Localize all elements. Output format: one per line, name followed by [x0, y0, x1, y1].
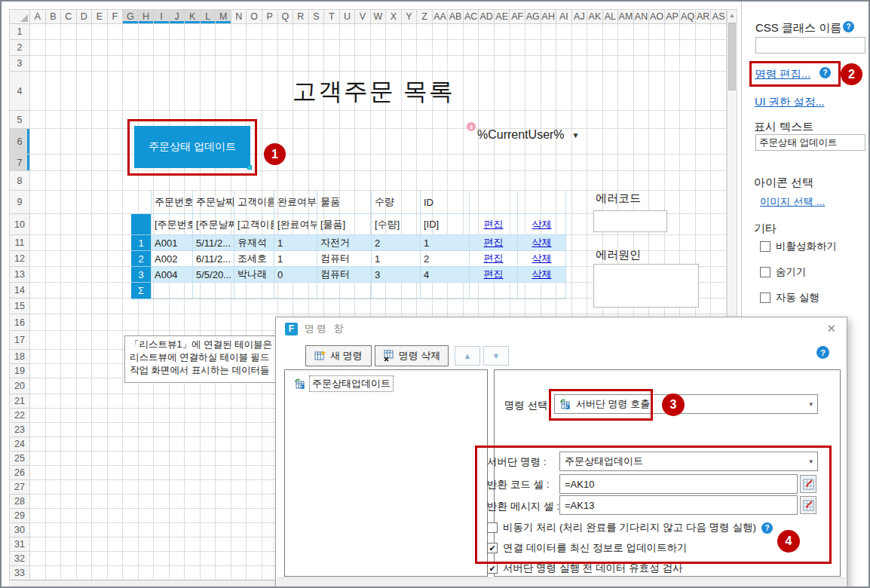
row-header-31[interactable]: 31 — [9, 537, 30, 552]
column-header-AI[interactable]: AI — [556, 9, 572, 24]
edit-link[interactable]: 편집 — [484, 236, 504, 250]
command-list-item[interactable]: 주문상태업데이트 — [294, 376, 487, 391]
column-header-I[interactable]: I — [154, 9, 170, 24]
column-header-AG[interactable]: AG — [525, 9, 541, 24]
chevron-down-icon[interactable]: ▾ — [809, 400, 813, 408]
checkbox-checked[interactable]: ✔ — [487, 563, 498, 574]
row-header-18[interactable]: 18 — [9, 350, 30, 364]
row-header-5[interactable]: 5 — [9, 111, 30, 129]
command-list[interactable]: 주문상태업데이트 — [284, 369, 488, 577]
column-header-AE[interactable]: AE — [495, 9, 510, 24]
row-header-15[interactable]: 15 — [9, 299, 30, 314]
column-header-W[interactable]: W — [371, 9, 387, 24]
row-header-21[interactable]: 21 — [9, 394, 30, 409]
column-header-U[interactable]: U — [340, 9, 356, 24]
row-header-23[interactable]: 23 — [9, 423, 30, 437]
edit-link[interactable]: 편집 — [484, 218, 504, 231]
row-header-4[interactable]: 4 — [9, 72, 30, 111]
column-header-G[interactable]: G — [123, 9, 139, 24]
row-header-7[interactable]: 7 — [9, 155, 30, 171]
sidebar-checkbox-row[interactable]: 숨기기 — [760, 265, 837, 279]
row-header-11[interactable]: 11 — [9, 235, 30, 251]
row-header-17[interactable]: 17 — [9, 331, 30, 350]
chevron-down-icon[interactable]: ▼ — [572, 131, 580, 139]
row-header-13[interactable]: 13 — [9, 267, 30, 283]
checkbox-unchecked[interactable] — [760, 267, 770, 277]
row-header-24[interactable]: 24 — [9, 437, 30, 452]
column-header-S[interactable]: S — [309, 9, 325, 24]
column-header-AH[interactable]: AH — [541, 9, 557, 24]
column-header-AQ[interactable]: AQ — [680, 9, 696, 24]
column-header-N[interactable]: N — [231, 9, 247, 24]
delete-link[interactable]: 삭제 — [532, 268, 552, 281]
column-header-F[interactable]: F — [108, 9, 124, 24]
dialog-titlebar[interactable]: F 명령 창 ✕ — [276, 317, 847, 340]
column-header-AR[interactable]: AR — [696, 9, 712, 24]
row-header-14[interactable]: 14 — [9, 283, 30, 299]
image-select-link[interactable]: 이미지 선택 ... — [760, 195, 825, 209]
help-icon[interactable]: ? — [843, 21, 854, 32]
column-header-E[interactable]: E — [92, 9, 108, 24]
row-header-20[interactable]: 20 — [9, 378, 30, 394]
row-header-30[interactable]: 30 — [9, 523, 30, 537]
checkbox-unchecked[interactable] — [760, 292, 770, 303]
row-header-8[interactable]: 8 — [9, 171, 30, 191]
scroll-up-icon[interactable]: ▲ — [728, 10, 737, 21]
row-header-32[interactable]: 32 — [9, 552, 30, 566]
column-header-X[interactable]: X — [386, 9, 402, 24]
row-header-25[interactable]: 25 — [9, 452, 30, 466]
column-header-Y[interactable]: Y — [402, 9, 418, 24]
edit-link[interactable]: 편집 — [484, 252, 504, 265]
edit-link[interactable]: 편집 — [484, 268, 504, 281]
column-header-B[interactable]: B — [46, 9, 62, 24]
column-header-R[interactable]: R — [293, 9, 309, 24]
column-header-AL[interactable]: AL — [603, 9, 619, 24]
column-header-AK[interactable]: AK — [587, 9, 603, 24]
row-header-19[interactable]: 19 — [9, 364, 30, 378]
close-icon[interactable]: ✕ — [826, 322, 836, 335]
column-header-AC[interactable]: AC — [464, 9, 479, 24]
column-header-A[interactable]: A — [30, 9, 46, 24]
row-header-16[interactable]: 16 — [9, 314, 30, 331]
row-header-27[interactable]: 27 — [9, 480, 30, 495]
current-user-dropdown[interactable]: %CurrentUser% ▼ — [477, 126, 580, 144]
delete-link[interactable]: 삭제 — [532, 252, 552, 265]
column-header-AA[interactable]: AA — [433, 9, 449, 24]
new-command-button[interactable]: 새 명령 — [305, 345, 372, 366]
column-header-Q[interactable]: Q — [278, 9, 294, 24]
column-header-AP[interactable]: AP — [665, 9, 681, 24]
column-header-AJ[interactable]: AJ — [572, 9, 588, 24]
delete-link[interactable]: 삭제 — [532, 236, 552, 250]
sidebar-checkbox-row[interactable]: 자동 실행 — [760, 291, 837, 305]
column-header-AB[interactable]: AB — [448, 9, 464, 24]
column-header-O[interactable]: O — [247, 9, 262, 24]
delete-command-button[interactable]: 명령 삭제 — [375, 345, 449, 366]
column-header-AS[interactable]: AS — [711, 9, 727, 24]
scrollbar-thumb[interactable] — [728, 23, 736, 90]
ui-permission-link[interactable]: UI 권한 설정... — [755, 95, 825, 109]
column-header-J[interactable]: J — [170, 9, 185, 24]
move-down-button[interactable]: ▼ — [483, 346, 509, 366]
row-header-2[interactable]: 2 — [9, 40, 30, 56]
column-header-D[interactable]: D — [77, 9, 93, 24]
column-header-AD[interactable]: AD — [479, 9, 495, 24]
row-header-12[interactable]: 12 — [9, 251, 30, 267]
row-header-6[interactable]: 6 — [9, 129, 30, 155]
column-header-V[interactable]: V — [355, 9, 371, 24]
column-header-L[interactable]: L — [201, 9, 216, 24]
row-header-1[interactable]: 1 — [9, 24, 30, 40]
column-header-AN[interactable]: AN — [634, 9, 650, 24]
help-icon[interactable]: ? — [816, 346, 829, 359]
checkbox-unchecked[interactable] — [760, 241, 770, 252]
row-header-3[interactable]: 3 — [9, 56, 30, 72]
error-cause-field[interactable] — [593, 264, 699, 308]
row-header-28[interactable]: 28 — [9, 495, 30, 509]
column-header-AM[interactable]: AM — [618, 9, 634, 24]
column-header-AF[interactable]: AF — [510, 9, 525, 24]
column-header-P[interactable]: P — [262, 9, 278, 24]
column-header-C[interactable]: C — [61, 9, 77, 24]
select-all-corner[interactable] — [9, 9, 30, 24]
row-header-29[interactable]: 29 — [9, 509, 30, 523]
column-header-AO[interactable]: AO — [649, 9, 665, 24]
column-header-K[interactable]: K — [185, 9, 201, 24]
